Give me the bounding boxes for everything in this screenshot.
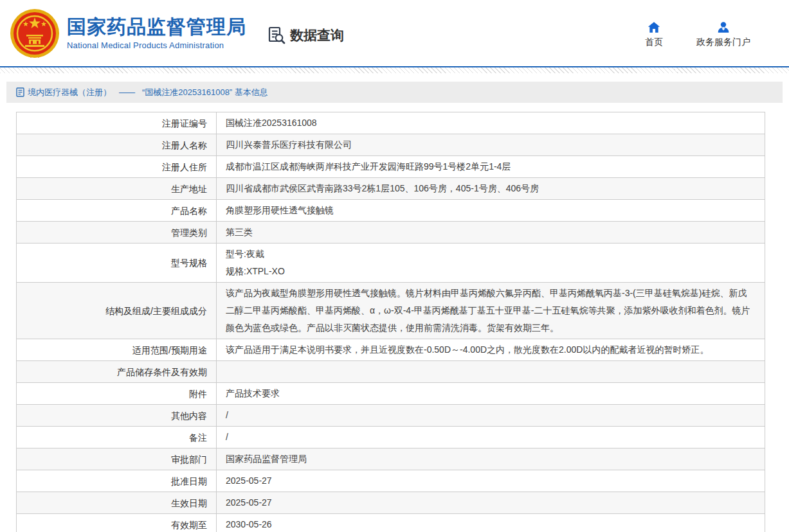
row-label: 审批部门 xyxy=(17,448,217,470)
row-value: / xyxy=(217,427,765,448)
table-row: 型号规格 型号:夜戴 规格:XTPL-XO xyxy=(17,244,765,283)
table-row: 备注 / xyxy=(17,427,765,448)
site-title-block[interactable]: 国家药品监督管理局 National Medical Products Admi… xyxy=(67,16,246,50)
row-value: 国械注准20253161008 xyxy=(217,112,765,134)
row-label: 生产地址 xyxy=(17,178,217,199)
document-search-icon xyxy=(267,26,286,45)
table-row: 生产地址 四川省成都市武侯区武青南路33号2栋1层105、106号房，405-1… xyxy=(17,178,765,200)
site-title: 国家药品监督管理局 xyxy=(67,16,246,38)
table-row: 审批部门 国家药品监督管理局 xyxy=(17,448,765,470)
row-label: 注册证编号 xyxy=(17,112,217,134)
row-value: 四川兴泰普乐医疗科技有限公司 xyxy=(217,134,765,155)
top-nav: 首页 政务服务门户 xyxy=(645,21,750,48)
table-row: 批准日期 2025-05-27 xyxy=(17,470,765,492)
national-emblem-logo[interactable] xyxy=(9,8,60,59)
table-row: 管理类别 第三类 xyxy=(17,222,765,244)
table-row: 生效日期 2025-05-27 xyxy=(17,492,765,514)
data-query-title[interactable]: 数据查询 xyxy=(267,26,344,45)
table-row: 产品储存条件及有效期 xyxy=(17,361,765,383)
user-icon xyxy=(717,21,730,33)
row-label: 型号规格 xyxy=(17,244,217,282)
row-label: 产品名称 xyxy=(17,200,217,221)
nav-home-label: 首页 xyxy=(645,37,663,48)
table-row: 注册证编号 国械注准20253161008 xyxy=(17,112,765,134)
row-value: 2025-05-27 xyxy=(217,492,765,513)
data-query-label: 数据查询 xyxy=(290,26,344,44)
row-value: 第三类 xyxy=(217,222,765,243)
row-label: 注册人住所 xyxy=(17,156,217,177)
row-value: 型号:夜戴 规格:XTPL-XO xyxy=(217,244,765,282)
row-value: 该产品为夜戴型角膜塑形用硬性透气接触镜。镜片材料由甲基丙烯酸六氟异丙酯、甲基丙烯… xyxy=(217,283,765,339)
row-value: 成都市温江区成都海峡两岸科技产业开发园海旺路99号1号楼2单元1-4层 xyxy=(217,156,765,177)
info-table: 注册证编号 国械注准20253161008 注册人名称 四川兴泰普乐医疗科技有限… xyxy=(16,112,765,532)
row-label: 结构及组成/主要组成成分 xyxy=(17,283,217,339)
breadcrumb-current: “国械注准20253161008” 基本信息 xyxy=(142,87,268,98)
row-value: 国家药品监督管理局 xyxy=(217,448,765,470)
row-label: 有效期至 xyxy=(17,514,217,532)
nav-portal-label: 政务服务门户 xyxy=(696,37,750,48)
row-value: / xyxy=(217,405,765,426)
row-label: 批准日期 xyxy=(17,470,217,492)
table-row: 有效期至 2030-05-26 xyxy=(17,514,765,532)
table-row: 其他内容 / xyxy=(17,405,765,427)
document-icon xyxy=(16,87,24,97)
site-subtitle: National Medical Products Administration xyxy=(67,40,246,50)
row-value: 该产品适用于满足本说明书要求，并且近视度数在-0.50D～-4.00D之内，散光… xyxy=(217,339,765,360)
table-row: 附件 产品技术要求 xyxy=(17,383,765,405)
breadcrumb-separator: —— xyxy=(119,87,134,97)
national-emblem-icon xyxy=(9,8,60,59)
row-label: 其他内容 xyxy=(17,405,217,426)
breadcrumb-category-link[interactable]: 境内医疗器械（注册） xyxy=(28,87,111,98)
hatch-stripe-band xyxy=(0,67,789,73)
home-icon xyxy=(648,21,660,33)
nav-item-portal[interactable]: 政务服务门户 xyxy=(696,21,750,48)
row-label: 适用范围/预期用途 xyxy=(17,339,217,360)
table-row: 产品名称 角膜塑形用硬性透气接触镜 xyxy=(17,200,765,222)
row-label: 产品储存条件及有效期 xyxy=(17,361,217,382)
table-row: 适用范围/预期用途 该产品适用于满足本说明书要求，并且近视度数在-0.50D～-… xyxy=(17,339,765,361)
table-row: 注册人名称 四川兴泰普乐医疗科技有限公司 xyxy=(17,134,765,156)
row-value: 2025-05-27 xyxy=(217,470,765,492)
row-label: 注册人名称 xyxy=(17,134,217,155)
row-value: 四川省成都市武侯区武青南路33号2栋1层105、106号房，405-1号房、40… xyxy=(217,178,765,199)
row-label: 管理类别 xyxy=(17,222,217,243)
breadcrumb: 境内医疗器械（注册） —— “国械注准20253161008” 基本信息 xyxy=(6,82,783,103)
row-value: 产品技术要求 xyxy=(217,383,765,404)
table-row: 结构及组成/主要组成成分 该产品为夜戴型角膜塑形用硬性透气接触镜。镜片材料由甲基… xyxy=(17,283,765,339)
row-label: 附件 xyxy=(17,383,217,404)
row-value: 2030-05-26 xyxy=(217,514,765,532)
nav-item-home[interactable]: 首页 xyxy=(645,21,663,48)
row-label: 生效日期 xyxy=(17,492,217,513)
table-row: 注册人住所 成都市温江区成都海峡两岸科技产业开发园海旺路99号1号楼2单元1-4… xyxy=(17,156,765,178)
site-header: 国家药品监督管理局 National Medical Products Admi… xyxy=(0,0,789,66)
row-value xyxy=(217,361,765,382)
row-value: 角膜塑形用硬性透气接触镜 xyxy=(217,200,765,221)
row-label: 备注 xyxy=(17,427,217,448)
